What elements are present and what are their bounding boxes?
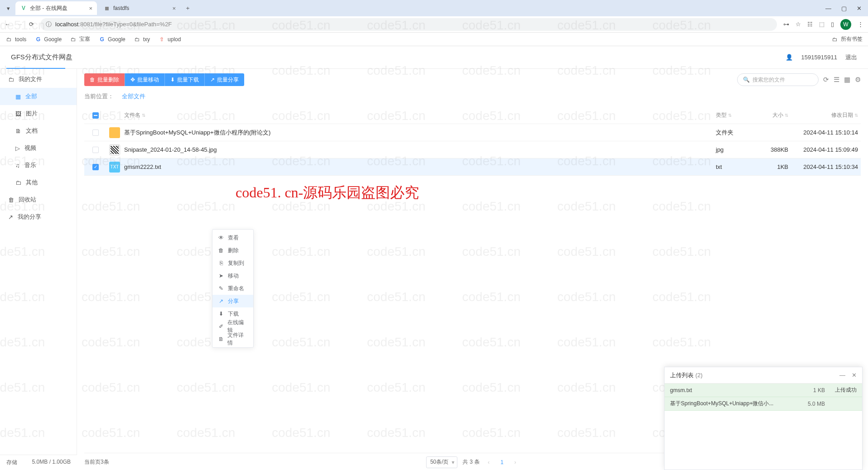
sidebar-item-images[interactable]: 🖼图片 — [0, 105, 77, 122]
site-info-icon[interactable]: ⓘ — [46, 20, 52, 29]
context-menu: 👁查看 🗑删除 ⎘复制到 ➤移动 ✎重命名 ↗分享 ⬇下载 ✐在线编辑 🗎文件详… — [212, 229, 254, 348]
forward-icon[interactable]: → — [17, 21, 23, 28]
bookmark-item[interactable]: GGoogle — [98, 36, 125, 43]
ctx-move[interactable]: ➤移动 — [212, 269, 253, 282]
file-name[interactable]: gmsm2222.txt — [122, 163, 716, 170]
sidebar-item-myfiles[interactable]: 🗀我的文件 — [0, 71, 77, 88]
bookmark-item[interactable]: 🗀txy — [134, 36, 150, 43]
close-panel-icon[interactable]: ✕ — [852, 372, 857, 379]
file-name[interactable]: Snipaste_2024-01-20_14-58-45.jpg — [122, 146, 716, 153]
google-icon: G — [34, 36, 42, 43]
doc-icon: 🗎 — [218, 336, 224, 342]
close-tab-icon[interactable]: × — [172, 5, 176, 12]
settings-icon[interactable]: ⚙ — [855, 76, 861, 84]
browser-tab-active[interactable]: V 全部 - 在线网盘 × — [15, 1, 97, 15]
table-row[interactable]: 基于SpringBoot+MySQL+Uniapp+微信小程序的(附论文) 文件… — [84, 124, 861, 141]
url-host: localhost — [55, 21, 78, 28]
minimize-panel-icon[interactable]: — — [839, 372, 845, 379]
edit-icon: ✎ — [218, 285, 224, 292]
search-icon: 🔍 — [743, 77, 750, 83]
close-tab-icon[interactable]: × — [89, 5, 92, 12]
eye-icon: 👁 — [218, 235, 224, 241]
bookmark-star-icon[interactable]: ☆ — [796, 21, 801, 28]
reload-icon[interactable]: ⟳ — [29, 21, 34, 28]
panel-icon[interactable]: ▯ — [831, 21, 834, 28]
batch-share-button[interactable]: ↗批量分享 — [204, 73, 244, 86]
row-checkbox[interactable]: ✓ — [92, 164, 99, 170]
breadcrumb: 当前位置： 全部文件 — [84, 92, 861, 101]
sort-icon[interactable]: ⇅ — [728, 113, 732, 118]
folder-icon: 🗀 — [831, 36, 839, 43]
sidebar-item-video[interactable]: ▷视频 — [0, 139, 77, 157]
back-icon[interactable]: ← — [5, 21, 10, 28]
sidebar-item-all[interactable]: ▦全部 — [0, 88, 77, 105]
bookmark-item[interactable]: ⇧uplod — [158, 36, 181, 43]
password-icon[interactable]: ⊶ — [783, 21, 789, 28]
file-name[interactable]: 基于SpringBoot+MySQL+Uniapp+微信小程序的(附论文) — [122, 129, 716, 137]
ctx-details[interactable]: 🗎文件详情 — [212, 333, 253, 345]
batch-delete-button[interactable]: 🗑批量删除 — [84, 73, 125, 86]
search-input[interactable]: 🔍搜索您的文件 — [737, 73, 819, 86]
share-icon: ↗ — [210, 77, 215, 83]
google-icon: G — [98, 36, 106, 43]
bookmark-item[interactable]: 🗀宝塞 — [70, 35, 90, 43]
bookmark-item[interactable]: GGoogle — [34, 36, 62, 43]
pen-icon: ✐ — [218, 323, 224, 330]
app-title: GFS分布式文件网盘 — [11, 53, 72, 62]
move-icon: ✥ — [130, 77, 135, 83]
ctx-download[interactable]: ⬇下载 — [212, 307, 253, 320]
pager-current[interactable]: 1 — [498, 459, 506, 465]
row-checkbox[interactable] — [92, 147, 99, 153]
extension-icon[interactable]: ⬚ — [819, 21, 825, 28]
sidebar-item-music[interactable]: ♫音乐 — [0, 157, 77, 174]
page-size-select[interactable]: 50条/页 — [426, 456, 458, 468]
batch-move-button[interactable]: ✥批量移动 — [125, 73, 164, 86]
sort-icon[interactable]: ⇅ — [854, 113, 858, 118]
favicon-icon: V — [20, 5, 27, 12]
grid-view-icon[interactable]: ▦ — [844, 76, 850, 84]
pager-next-icon[interactable]: › — [511, 459, 519, 465]
sort-icon[interactable]: ⇅ — [142, 113, 145, 118]
upload-panel-title: 上传列表 — [670, 371, 694, 379]
upload-count: (2) — [695, 372, 703, 379]
profile-avatar[interactable]: W — [840, 19, 851, 30]
select-all-checkbox[interactable] — [92, 112, 99, 119]
table-row[interactable]: Snipaste_2024-01-20_14-58-45.jpg jpg 388… — [84, 141, 861, 158]
extensions-icon[interactable]: ☷ — [807, 21, 813, 28]
sidebar-item-other[interactable]: 🗀其他 — [0, 174, 77, 191]
refresh-icon[interactable]: ⟳ — [823, 76, 829, 84]
ctx-edit-online[interactable]: ✐在线编辑 — [212, 320, 253, 333]
close-window-icon[interactable]: ✕ — [857, 5, 862, 12]
menu-icon[interactable]: ⋮ — [858, 21, 863, 28]
breadcrumb-link[interactable]: 全部文件 — [122, 93, 145, 100]
sidebar-item-share[interactable]: ↗我的分享 — [0, 208, 77, 225]
ctx-view[interactable]: 👁查看 — [212, 231, 253, 244]
sidebar-item-trash[interactable]: 🗑回收站 — [0, 191, 77, 208]
pager-prev-icon[interactable]: ‹ — [485, 459, 492, 465]
tab-title: 全部 - 在线网盘 — [30, 5, 68, 12]
all-bookmarks[interactable]: 🗀所有书签 — [831, 35, 863, 43]
row-checkbox[interactable] — [92, 129, 99, 136]
bookmark-item[interactable]: 🗀tools — [5, 36, 26, 43]
download-icon: ⬇ — [170, 77, 175, 83]
table-row[interactable]: ✓ TXT gmsm2222.txt txt 1KB 2024-04-11 15… — [84, 158, 861, 176]
ctx-delete[interactable]: 🗑删除 — [212, 244, 253, 257]
minimize-icon[interactable]: — — [825, 5, 831, 12]
tab-dropdown-icon[interactable]: ▾ — [4, 4, 13, 13]
address-bar[interactable]: ⓘ localhost:8081/file?fileType=0&filePat… — [40, 18, 777, 31]
logout-link[interactable]: 退出 — [845, 53, 857, 62]
upload-panel: 上传列表 (2) — ✕ gmsm.txt 1 KB 上传成功 基于Spring… — [664, 367, 863, 470]
browser-tab-inactive[interactable]: ◼ fastdfs × — [99, 1, 180, 15]
batch-download-button[interactable]: ⬇批量下载 — [164, 73, 204, 86]
ctx-rename[interactable]: ✎重命名 — [212, 282, 253, 295]
sort-icon[interactable]: ⇅ — [785, 113, 788, 118]
ctx-copy[interactable]: ⎘复制到 — [212, 257, 253, 269]
new-tab-button[interactable]: ＋ — [185, 4, 191, 12]
maximize-icon[interactable]: ▢ — [841, 5, 847, 12]
share-icon: ↗ — [218, 298, 224, 304]
ctx-share[interactable]: ↗分享 — [212, 295, 253, 307]
file-size: 388KB — [757, 146, 793, 153]
storage-info: 存储 5.0MB / 1.00GB — [0, 455, 77, 470]
list-view-icon[interactable]: ☰ — [834, 76, 839, 84]
sidebar-item-docs[interactable]: 🗎文档 — [0, 122, 77, 139]
